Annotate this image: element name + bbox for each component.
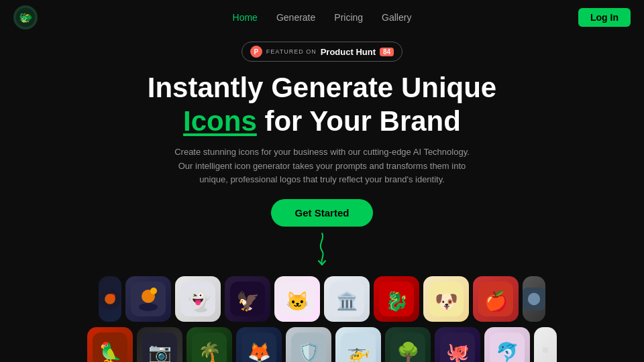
svg-text:🦊: 🦊 [248, 341, 271, 362]
hero-title-line1: Instantly Generate Unique [148, 71, 496, 105]
nav-generate[interactable]: Generate [276, 12, 315, 23]
svg-point-7 [150, 288, 157, 294]
icon-card [523, 276, 545, 322]
hero-title-suffix: for Your Brand [264, 105, 460, 137]
svg-text:🐉: 🐉 [385, 290, 409, 312]
hero-highlight-icons: Icons [183, 105, 257, 137]
svg-text:🌳: 🌳 [396, 341, 420, 362]
icon-card: 🏛️ [324, 276, 370, 322]
svg-text:🌴: 🌴 [198, 341, 221, 362]
navbar: 🐲 Home Generate Pricing Gallery Log In [0, 0, 644, 35]
ph-name: Product Hunt [321, 47, 376, 57]
nav-gallery[interactable]: Gallery [382, 12, 411, 23]
icon-card: 🦜 [87, 327, 133, 362]
ph-featured-text: FEATURED ON [266, 48, 317, 55]
svg-text:🏛️: 🏛️ [336, 290, 358, 312]
icon-card: 🚁 [335, 327, 381, 362]
icon-card: 🐬 [484, 327, 530, 362]
svg-text:🐙: 🐙 [446, 341, 470, 362]
svg-rect-43 [543, 347, 548, 353]
icon-card: 🦅 [225, 276, 270, 322]
svg-text:🐬: 🐬 [496, 341, 519, 362]
icon-card: 🌳 [385, 327, 431, 362]
svg-text:🐲: 🐲 [19, 11, 33, 25]
svg-text:🛡️: 🛡️ [297, 341, 321, 362]
svg-text:🐱: 🐱 [286, 290, 309, 312]
icon-card: 🐱 [274, 276, 320, 322]
svg-text:👻: 👻 [186, 289, 211, 313]
svg-text:📷: 📷 [148, 341, 172, 362]
nav-home[interactable]: Home [233, 12, 258, 23]
svg-text:🍎: 🍎 [484, 290, 508, 312]
svg-point-4 [110, 294, 115, 299]
icon-row-1: 👻 🦅 🐱 🏛️ 🐉 🐶 🍎 [0, 274, 644, 324]
icon-card: 🐶 [423, 276, 469, 322]
login-button[interactable]: Log In [578, 8, 631, 27]
nav-links: Home Generate Pricing Gallery [233, 12, 412, 23]
svg-text:🐶: 🐶 [435, 290, 458, 312]
ph-count: 84 [380, 48, 394, 56]
icon-card [125, 276, 171, 322]
icon-card: 📷 [137, 327, 182, 362]
svg-point-24 [528, 293, 540, 305]
icon-card: 🌴 [186, 327, 232, 362]
product-hunt-badge[interactable]: P FEATURED ON Product Hunt 84 [241, 42, 402, 62]
svg-text:🦅: 🦅 [236, 290, 260, 312]
icon-card [99, 276, 121, 322]
ph-logo-icon: P [250, 46, 262, 58]
icon-card: 🍎 [473, 276, 519, 322]
svg-text:🚁: 🚁 [347, 341, 370, 362]
icon-card: 🐉 [374, 276, 419, 322]
icon-gallery: 👻 🦅 🐱 🏛️ 🐉 🐶 🍎 🦜 📷 🌴 [0, 274, 644, 362]
icon-card: 🦊 [236, 327, 282, 362]
nav-pricing[interactable]: Pricing [334, 12, 363, 23]
hero-subtitle: Create stunning icons for your business … [174, 145, 470, 187]
squiggle-arrow [312, 232, 332, 268]
svg-text:🦜: 🦜 [99, 341, 122, 362]
get-started-button[interactable]: Get Started [271, 199, 374, 227]
icon-card: 🛡️ [286, 327, 331, 362]
logo[interactable]: 🐲 [13, 5, 38, 29]
svg-point-8 [139, 303, 158, 311]
icon-card [534, 327, 557, 362]
hero-title-line2: Icons for Your Brand [183, 105, 461, 138]
hero-section: P FEATURED ON Product Hunt 84 Instantly … [0, 35, 644, 274]
icon-card: 🐙 [435, 327, 480, 362]
icon-card: 👻 [175, 276, 221, 322]
icon-row-2: 🦜 📷 🌴 🦊 🛡️ 🚁 🌳 🐙 🐬 [0, 324, 644, 362]
